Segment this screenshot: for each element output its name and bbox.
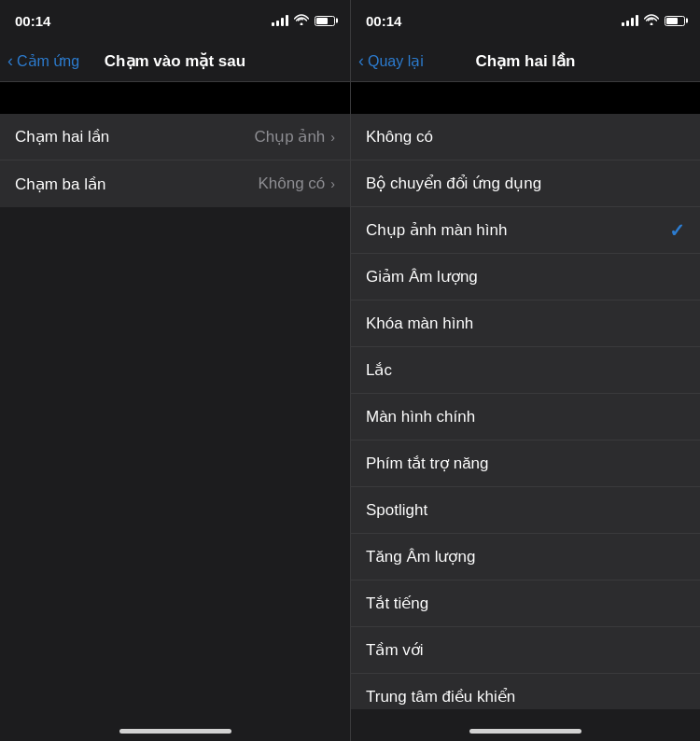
right-list-item[interactable]: Giảm Âm lượng — [351, 254, 700, 301]
left-item-triple-tap-right: Không có › — [258, 175, 335, 193]
right-list-item[interactable]: Lắc — [351, 347, 700, 394]
left-back-chevron-icon: ‹ — [7, 51, 13, 71]
battery-icon — [315, 16, 335, 26]
left-status-icons — [272, 14, 335, 28]
right-list-item[interactable]: Chụp ảnh màn hình✓ — [351, 207, 700, 254]
left-dark-separator — [0, 82, 350, 114]
left-list-section: Chạm hai lần Chụp ảnh › Chạm ba lần Khôn… — [0, 114, 350, 207]
left-item-triple-tap-chevron-icon: › — [330, 176, 335, 191]
right-list-item[interactable]: Màn hình chính — [351, 394, 700, 440]
right-list-item[interactable]: Tầm với — [351, 627, 700, 674]
right-list-item[interactable]: Không có — [351, 114, 700, 161]
right-nav-title: Chạm hai lần — [433, 51, 618, 71]
left-item-double-tap-label: Chạm hai lần — [15, 127, 109, 147]
left-nav-title: Chạm vào mặt sau — [82, 51, 268, 71]
left-list-item-triple-tap[interactable]: Chạm ba lần Không có › — [0, 161, 350, 207]
right-home-indicator — [351, 709, 700, 741]
right-list-item-label: Không có — [366, 128, 433, 147]
left-item-double-tap-right: Chụp ảnh › — [255, 127, 336, 147]
right-list-item[interactable]: Tăng Âm lượng — [351, 534, 700, 580]
right-list-item-label: Chụp ảnh màn hình — [366, 220, 507, 240]
wifi-icon — [294, 14, 309, 28]
right-status-bar: 00:14 — [351, 0, 700, 41]
right-nav-bar: ‹ Quay lại Chạm hai lần — [351, 41, 700, 82]
right-list-item-label: Tăng Âm lượng — [366, 547, 475, 566]
left-item-double-tap-value: Chụp ảnh — [255, 127, 326, 147]
left-item-triple-tap-label: Chạm ba lần — [15, 175, 105, 194]
left-status-bar: 00:14 — [0, 0, 350, 41]
right-status-time: 00:14 — [366, 13, 401, 29]
right-list-item-label: Khóa màn hình — [366, 315, 473, 333]
right-list-item-label: Màn hình chính — [366, 408, 475, 426]
right-list-item-label: Phím tắt trợ năng — [366, 454, 489, 473]
right-list-item-label: Spotlight — [366, 501, 427, 520]
left-home-indicator — [0, 709, 350, 741]
right-list-item-label: Giảm Âm lượng — [366, 267, 478, 287]
right-list-item-label: Lắc — [366, 360, 392, 380]
right-back-chevron-icon: ‹ — [358, 51, 364, 71]
left-empty-space — [0, 207, 350, 709]
right-list-item[interactable]: Phím tắt trợ năng — [351, 440, 700, 487]
left-status-time: 00:14 — [15, 13, 50, 29]
right-options-list[interactable]: Không cóBộ chuyển đổi ứng dụngChụp ảnh m… — [351, 114, 700, 709]
left-home-bar — [119, 729, 231, 734]
left-nav-bar: ‹ Cảm ứng Chạm vào mặt sau — [0, 41, 350, 82]
right-list-item-label: Trung tâm điều khiển — [366, 687, 515, 706]
right-signal-icon — [622, 15, 638, 26]
right-list-item[interactable]: Tắt tiếng — [351, 580, 700, 627]
left-item-triple-tap-value: Không có — [258, 175, 325, 193]
right-back-button[interactable]: ‹ Quay lại — [358, 51, 433, 71]
right-list-item[interactable]: Bộ chuyển đổi ứng dụng — [351, 161, 700, 207]
right-list-item-label: Bộ chuyển đổi ứng dụng — [366, 174, 541, 193]
right-back-label: Quay lại — [368, 52, 424, 70]
right-home-bar — [469, 729, 581, 734]
right-list-item[interactable]: Spotlight — [351, 487, 700, 534]
left-list-item-double-tap[interactable]: Chạm hai lần Chụp ảnh › — [0, 114, 350, 161]
right-dark-separator — [351, 82, 700, 114]
right-status-icons — [622, 14, 685, 28]
right-list-item-label: Tầm với — [366, 640, 424, 660]
right-battery-icon — [665, 16, 685, 26]
right-list-item[interactable]: Trung tâm điều khiển — [351, 674, 700, 709]
signal-icon — [272, 15, 288, 26]
left-item-double-tap-chevron-icon: › — [330, 130, 335, 145]
left-back-label: Cảm ứng — [17, 52, 79, 70]
left-back-button[interactable]: ‹ Cảm ứng — [7, 51, 82, 71]
right-list-item[interactable]: Khóa màn hình — [351, 301, 700, 347]
right-wifi-icon — [644, 14, 659, 28]
left-panel: 00:14 ‹ Cảm ứng Chạm vào mặt sau — [0, 0, 350, 741]
right-list-item-label: Tắt tiếng — [366, 594, 428, 613]
right-panel: 00:14 ‹ Quay lại Chạm hai lần — [350, 0, 700, 741]
checkmark-icon: ✓ — [669, 219, 685, 242]
